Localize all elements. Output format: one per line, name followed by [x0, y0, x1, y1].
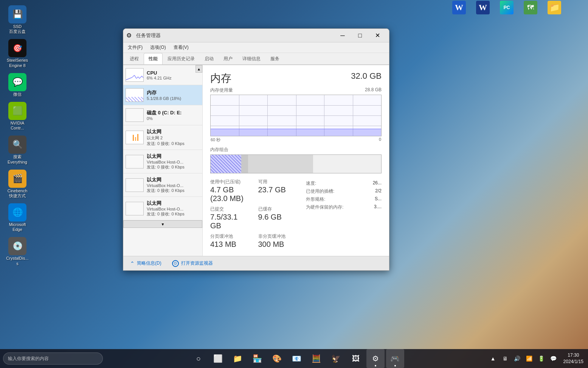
outlook-icon: 📧 — [292, 353, 302, 364]
eth2-detail2: 发送: 0 接收: 0 Kbps — [147, 164, 199, 170]
maximize-button[interactable]: □ — [351, 30, 369, 42]
scroll-down-button[interactable]: ▼ — [123, 220, 202, 228]
sidebar-item-eth4[interactable]: 以太网 VirtualBox Host-O... 发送: 0 接收: 0 Kbp… — [123, 197, 202, 220]
desktop-icon-everything[interactable]: 🔍 搜索Everything — [4, 134, 31, 166]
calc-icon: 🧮 — [311, 353, 322, 364]
summary-btn-label: 简略信息(D) — [137, 260, 161, 267]
stat-cached-label: 已缓存 — [258, 206, 299, 212]
tabs-bar: 进程 性能 应用历史记录 启动 用户 详细信息 服务 — [123, 53, 389, 65]
taskbar: 输入你要搜索的内容 ○ ⬜ 📁 🏪 🎨 📧 🧮 🦅 🖼 — [0, 349, 588, 368]
taskbar-app3-button[interactable]: 🖼 — [347, 349, 365, 368]
window-title: 任务管理器 — [136, 32, 334, 39]
tab-app-history[interactable]: 应用历史记录 — [163, 53, 200, 64]
sidebar-item-eth1[interactable]: 以太网 以太网 2 发送: 0 接收: 0 Kbps — [123, 125, 202, 150]
tab-services[interactable]: 服务 — [265, 53, 284, 64]
tab-processes[interactable]: 进程 — [125, 53, 144, 64]
taskbar-store-button[interactable]: 🏪 — [248, 349, 267, 368]
memory-info: 内存 5.1/28.8 GB (18%) — [147, 89, 199, 101]
top-icon-pycharm[interactable]: PC — [498, 1, 516, 14]
desktop-icon-steelseries[interactable]: 🎯 SteelSeriesEngine 8 — [4, 37, 31, 69]
resource-monitor-icon: ⊙ — [172, 260, 179, 267]
tray-network-icon[interactable]: 📶 — [524, 353, 535, 364]
info-row-form: 外形规格: S... — [306, 196, 382, 203]
disk-detail: 0% — [147, 116, 199, 121]
eth4-label: 以太网 — [147, 200, 199, 207]
memory-header: 内存 32.0 GB — [210, 71, 382, 86]
explorer-icon: 📁 — [233, 353, 243, 364]
desktop-icon-nvidia[interactable]: 🟩 NVIDIAContr... — [4, 100, 31, 132]
eth3-thumbnail — [126, 178, 144, 192]
app3-icon: 🖼 — [351, 353, 361, 364]
taskbar-search-input[interactable]: 输入你要搜索的内容 — [3, 352, 103, 365]
open-resource-monitor-button[interactable]: ⊙ 打开资源监视器 — [170, 259, 215, 268]
sidebar-item-disk[interactable]: 磁盘 0 (C: D: E: 0% — [123, 105, 202, 125]
desktop-icon-wechat[interactable]: 💬 微信 — [4, 72, 31, 98]
active-indicator — [375, 365, 376, 366]
taskbar-settings-button[interactable]: ⚙ — [366, 349, 385, 368]
eth3-detail1: VirtualBox Host-O... — [147, 183, 199, 188]
tray-battery-icon[interactable]: 🔋 — [536, 353, 547, 364]
stat-available: 可用 23.7 GB — [258, 179, 299, 203]
taskbar-icons-area: ○ ⬜ 📁 🏪 🎨 📧 🧮 🦅 🖼 ⚙ 🎮 — [106, 349, 488, 368]
right-info-column: 速度: 26... 已使用的插槽: 2/2 外形规格: S... 为硬件保留的内… — [306, 179, 382, 249]
steam-icon: 🎮 — [390, 353, 400, 364]
top-icon-app4[interactable]: 🗺 — [521, 1, 540, 14]
tray-sound-icon[interactable]: 🔊 — [512, 353, 523, 364]
eth4-thumbnail — [126, 202, 144, 215]
eth1-detail2: 发送: 0 接收: 0 Kbps — [147, 141, 199, 147]
memory-label: 内存 — [147, 89, 199, 96]
monitor-btn-label: 打开资源监视器 — [181, 260, 213, 267]
sidebar-item-cpu[interactable]: CPU 6% 4.21 GHz — [123, 65, 202, 85]
menu-view[interactable]: 查看(V) — [171, 44, 192, 51]
taskbar-search-button[interactable]: ○ — [189, 349, 208, 368]
memory-composition-bar — [210, 154, 382, 173]
desktop-icon-cinebench[interactable]: 🎬 Cinebench快捷方式 — [4, 168, 31, 200]
taskbar-calc-button[interactable]: 🧮 — [307, 349, 326, 368]
menu-options[interactable]: 选项(O) — [147, 44, 169, 51]
eth1-label: 以太网 — [147, 128, 199, 135]
stats-grid: 使用中(已压缩) 4.7 GB (23.0 MB) 可用 23.7 GB 已提交… — [210, 179, 298, 249]
tray-display-icon[interactable]: 🖥 — [500, 353, 510, 364]
store-icon: 🏪 — [252, 353, 263, 364]
menu-file[interactable]: 文件(F) — [125, 44, 146, 51]
tray-expand-button[interactable]: ▲ — [488, 353, 498, 364]
sidebar-item-eth3[interactable]: 以太网 VirtualBox Host-O... 发送: 0 接收: 0 Kbp… — [123, 173, 202, 197]
top-icon-word-dark[interactable]: W — [474, 1, 492, 14]
stat-inuse-label: 使用中(已压缩) — [210, 179, 251, 185]
taskbar-app1-button[interactable]: 🎨 — [268, 349, 286, 368]
desktop-icon-crystaldisk[interactable]: 💿 CrystalDis...s — [4, 235, 31, 267]
sidebar-item-memory[interactable]: 内存 5.1/28.8 GB (18%) — [123, 85, 202, 105]
left-sidebar: ▲ CPU 6% 4.21 GHz — [123, 65, 203, 256]
memory-total-value: 32.0 GB — [351, 71, 382, 81]
memory-detail-panel: 内存 32.0 GB 内存使用量 28.8 GB — [203, 65, 389, 256]
window-content: ▲ CPU 6% 4.21 GHz — [123, 65, 389, 256]
tab-startup[interactable]: 启动 — [200, 53, 219, 64]
disk-thumbnail — [126, 108, 144, 122]
memory-title: 内存 — [210, 71, 231, 86]
info-reserved-val: 3.... — [374, 204, 382, 211]
tray-clock[interactable]: 17:30 2024/1/15 — [560, 352, 586, 365]
taskbar-steam-button[interactable]: 🎮 — [386, 349, 404, 368]
top-icon-word-blue[interactable]: W — [450, 1, 468, 14]
sidebar-item-eth2[interactable]: 以太网 VirtualBox Host-O... 发送: 0 接收: 0 Kbp… — [123, 150, 202, 173]
settings-icon: ⚙ — [370, 353, 381, 364]
desktop-icon-edge[interactable]: 🌐 MicrosoftEdge — [4, 202, 31, 234]
taskbar-explorer-button[interactable]: 📁 — [229, 349, 247, 368]
tab-details[interactable]: 详细信息 — [237, 53, 265, 64]
tab-performance[interactable]: 性能 — [144, 53, 163, 64]
tab-users[interactable]: 用户 — [219, 53, 237, 64]
time-end: 0 — [379, 137, 381, 143]
taskbar-app2-button[interactable]: 🦅 — [327, 349, 345, 368]
eth3-detail2: 发送: 0 接收: 0 Kbps — [147, 188, 199, 193]
minimize-button[interactable]: ─ — [334, 30, 351, 42]
scroll-up-button[interactable]: ▲ — [195, 65, 202, 73]
taskbar-outlook-button[interactable]: 📧 — [288, 349, 306, 368]
close-button[interactable]: ✕ — [369, 30, 386, 42]
stat-nonpaged-label: 非分页缓冲池 — [258, 233, 299, 240]
top-icon-folder[interactable]: 📁 — [545, 1, 563, 14]
eth1-info: 以太网 以太网 2 发送: 0 接收: 0 Kbps — [147, 128, 199, 147]
tray-notification-icon[interactable]: 💬 — [548, 353, 559, 364]
summary-info-button[interactable]: ⌃ 简略信息(D) — [128, 259, 164, 268]
taskbar-taskview-button[interactable]: ⬜ — [209, 349, 227, 368]
cpu-info: CPU 6% 4.21 GHz — [147, 70, 199, 80]
